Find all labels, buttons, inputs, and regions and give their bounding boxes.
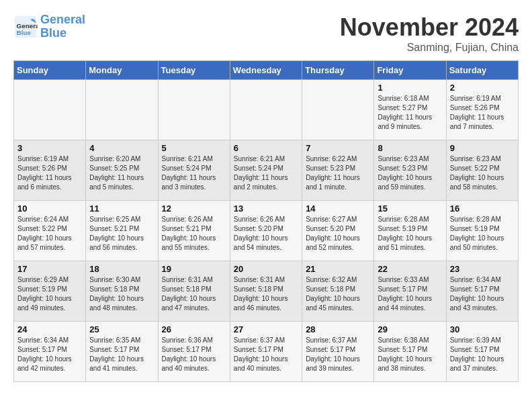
col-tuesday: Tuesday [158, 61, 230, 80]
day-info: Sunrise: 6:29 AM Sunset: 5:19 PM Dayligh… [17, 275, 82, 313]
header-row: Sunday Monday Tuesday Wednesday Thursday… [14, 61, 519, 80]
week-row-1: 1Sunrise: 6:18 AM Sunset: 5:27 PM Daylig… [14, 80, 519, 140]
day-info: Sunrise: 6:31 AM Sunset: 5:18 PM Dayligh… [234, 275, 298, 313]
day-info: Sunrise: 6:37 AM Sunset: 5:17 PM Dayligh… [306, 336, 370, 373]
day-info: Sunrise: 6:27 AM Sunset: 5:20 PM Dayligh… [306, 215, 370, 253]
day-cell: 6Sunrise: 6:21 AM Sunset: 5:24 PM Daylig… [230, 140, 302, 201]
day-info: Sunrise: 6:36 AM Sunset: 5:17 PM Dayligh… [162, 336, 226, 373]
day-cell: 25Sunrise: 6:35 AM Sunset: 5:17 PM Dayli… [86, 322, 158, 382]
day-cell [86, 80, 158, 140]
day-info: Sunrise: 6:35 AM Sunset: 5:17 PM Dayligh… [89, 336, 154, 373]
day-info: Sunrise: 6:38 AM Sunset: 5:17 PM Dayligh… [378, 336, 442, 373]
day-number: 30 [450, 324, 515, 334]
title-block: November 2024 Sanming, Fujian, China [340, 13, 519, 54]
day-info: Sunrise: 6:28 AM Sunset: 5:19 PM Dayligh… [378, 215, 442, 253]
day-cell: 28Sunrise: 6:37 AM Sunset: 5:17 PM Dayli… [302, 322, 374, 382]
day-number: 23 [450, 264, 515, 274]
day-number: 29 [378, 324, 442, 334]
day-cell: 27Sunrise: 6:37 AM Sunset: 5:17 PM Dayli… [230, 322, 302, 382]
day-cell: 13Sunrise: 6:26 AM Sunset: 5:20 PM Dayli… [230, 201, 302, 261]
day-cell: 14Sunrise: 6:27 AM Sunset: 5:20 PM Dayli… [302, 201, 374, 261]
calendar-body: 1Sunrise: 6:18 AM Sunset: 5:27 PM Daylig… [14, 80, 519, 382]
day-info: Sunrise: 6:18 AM Sunset: 5:27 PM Dayligh… [378, 94, 442, 132]
day-cell: 24Sunrise: 6:34 AM Sunset: 5:17 PM Dayli… [14, 322, 86, 382]
day-cell: 22Sunrise: 6:33 AM Sunset: 5:17 PM Dayli… [374, 261, 446, 322]
day-info: Sunrise: 6:19 AM Sunset: 5:26 PM Dayligh… [450, 94, 515, 132]
day-cell: 21Sunrise: 6:32 AM Sunset: 5:18 PM Dayli… [302, 261, 374, 322]
day-number: 15 [378, 203, 442, 214]
day-info: Sunrise: 6:34 AM Sunset: 5:17 PM Dayligh… [450, 275, 515, 313]
day-number: 7 [306, 143, 370, 153]
week-row-2: 3Sunrise: 6:19 AM Sunset: 5:26 PM Daylig… [14, 140, 519, 201]
day-info: Sunrise: 6:24 AM Sunset: 5:22 PM Dayligh… [17, 215, 82, 253]
day-cell [158, 80, 230, 140]
day-cell: 29Sunrise: 6:38 AM Sunset: 5:17 PM Dayli… [374, 322, 446, 382]
day-info: Sunrise: 6:22 AM Sunset: 5:23 PM Dayligh… [306, 154, 370, 192]
day-number: 3 [17, 143, 82, 153]
col-thursday: Thursday [302, 61, 374, 80]
logo-name-line1: General [40, 13, 85, 27]
day-number: 14 [306, 203, 370, 214]
logo: General Blue General Blue [13, 13, 85, 40]
day-info: Sunrise: 6:37 AM Sunset: 5:17 PM Dayligh… [234, 336, 298, 373]
day-number: 9 [450, 143, 515, 153]
day-info: Sunrise: 6:21 AM Sunset: 5:24 PM Dayligh… [162, 154, 226, 192]
day-info: Sunrise: 6:34 AM Sunset: 5:17 PM Dayligh… [17, 336, 82, 373]
week-row-3: 10Sunrise: 6:24 AM Sunset: 5:22 PM Dayli… [14, 201, 519, 261]
day-number: 27 [234, 324, 298, 334]
day-number: 24 [17, 324, 82, 334]
day-number: 8 [378, 143, 442, 153]
day-cell [230, 80, 302, 140]
day-number: 28 [306, 324, 370, 334]
svg-text:Blue: Blue [17, 28, 32, 36]
day-cell: 23Sunrise: 6:34 AM Sunset: 5:17 PM Dayli… [446, 261, 518, 322]
day-cell: 12Sunrise: 6:26 AM Sunset: 5:21 PM Dayli… [158, 201, 230, 261]
day-info: Sunrise: 6:23 AM Sunset: 5:22 PM Dayligh… [450, 154, 515, 192]
day-info: Sunrise: 6:26 AM Sunset: 5:20 PM Dayligh… [234, 215, 298, 253]
day-info: Sunrise: 6:20 AM Sunset: 5:25 PM Dayligh… [89, 154, 154, 192]
page-header: General Blue General Blue November 2024 … [13, 13, 519, 54]
day-cell: 8Sunrise: 6:23 AM Sunset: 5:23 PM Daylig… [374, 140, 446, 201]
day-info: Sunrise: 6:31 AM Sunset: 5:18 PM Dayligh… [162, 275, 226, 313]
day-cell: 10Sunrise: 6:24 AM Sunset: 5:22 PM Dayli… [14, 201, 86, 261]
day-info: Sunrise: 6:25 AM Sunset: 5:21 PM Dayligh… [89, 215, 154, 253]
col-monday: Monday [86, 61, 158, 80]
day-info: Sunrise: 6:21 AM Sunset: 5:24 PM Dayligh… [234, 154, 298, 192]
logo-name-line2: Blue [40, 27, 85, 40]
col-wednesday: Wednesday [230, 61, 302, 80]
day-number: 17 [17, 264, 82, 274]
day-info: Sunrise: 6:26 AM Sunset: 5:21 PM Dayligh… [162, 215, 226, 253]
week-row-5: 24Sunrise: 6:34 AM Sunset: 5:17 PM Dayli… [14, 322, 519, 382]
col-sunday: Sunday [14, 61, 86, 80]
day-number: 1 [378, 83, 442, 93]
day-number: 4 [89, 143, 154, 153]
day-cell: 20Sunrise: 6:31 AM Sunset: 5:18 PM Dayli… [230, 261, 302, 322]
day-cell: 17Sunrise: 6:29 AM Sunset: 5:19 PM Dayli… [14, 261, 86, 322]
day-cell: 19Sunrise: 6:31 AM Sunset: 5:18 PM Dayli… [158, 261, 230, 322]
day-cell: 9Sunrise: 6:23 AM Sunset: 5:22 PM Daylig… [446, 140, 518, 201]
day-cell [302, 80, 374, 140]
day-cell: 30Sunrise: 6:39 AM Sunset: 5:17 PM Dayli… [446, 322, 518, 382]
day-cell: 18Sunrise: 6:30 AM Sunset: 5:18 PM Dayli… [86, 261, 158, 322]
calendar-header: Sunday Monday Tuesday Wednesday Thursday… [14, 61, 519, 80]
day-cell: 5Sunrise: 6:21 AM Sunset: 5:24 PM Daylig… [158, 140, 230, 201]
day-cell: 1Sunrise: 6:18 AM Sunset: 5:27 PM Daylig… [374, 80, 446, 140]
day-cell: 3Sunrise: 6:19 AM Sunset: 5:26 PM Daylig… [14, 140, 86, 201]
week-row-4: 17Sunrise: 6:29 AM Sunset: 5:19 PM Dayli… [14, 261, 519, 322]
day-cell [14, 80, 86, 140]
day-number: 13 [234, 203, 298, 214]
day-number: 26 [162, 324, 226, 334]
day-cell: 4Sunrise: 6:20 AM Sunset: 5:25 PM Daylig… [86, 140, 158, 201]
calendar-table: Sunday Monday Tuesday Wednesday Thursday… [13, 60, 519, 382]
day-number: 5 [162, 143, 226, 153]
day-number: 2 [450, 83, 515, 93]
day-number: 25 [89, 324, 154, 334]
day-number: 11 [89, 203, 154, 214]
day-cell: 15Sunrise: 6:28 AM Sunset: 5:19 PM Dayli… [374, 201, 446, 261]
day-info: Sunrise: 6:30 AM Sunset: 5:18 PM Dayligh… [89, 275, 154, 313]
day-number: 22 [378, 264, 442, 274]
day-cell: 11Sunrise: 6:25 AM Sunset: 5:21 PM Dayli… [86, 201, 158, 261]
month-title: November 2024 [340, 13, 519, 42]
day-number: 16 [450, 203, 515, 214]
day-info: Sunrise: 6:19 AM Sunset: 5:26 PM Dayligh… [17, 154, 82, 192]
